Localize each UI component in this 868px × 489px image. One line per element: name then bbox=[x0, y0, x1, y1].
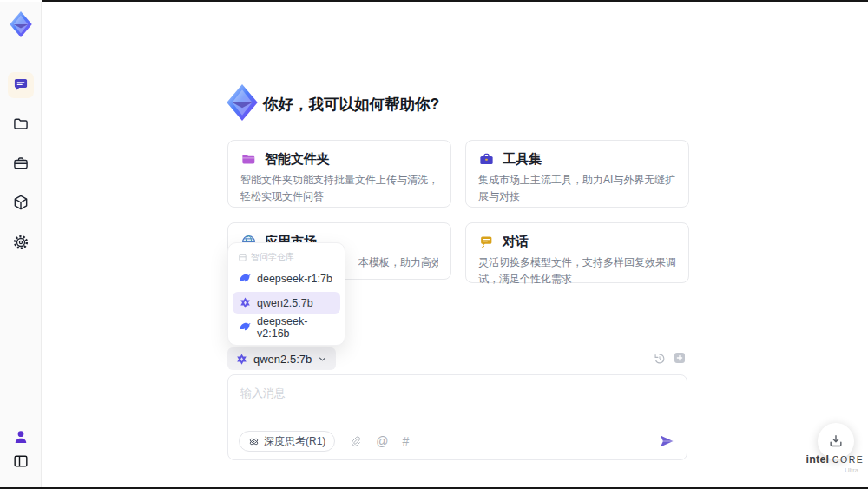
briefcase-icon bbox=[12, 155, 30, 172]
qwen-icon bbox=[235, 353, 248, 366]
atom-icon bbox=[248, 436, 260, 447]
model-option-deepseek-v2[interactable]: deepseek-v2:16b bbox=[233, 316, 340, 338]
selected-model-label: qwen2.5:7b bbox=[253, 353, 312, 366]
model-option-label: qwen2.5:7b bbox=[257, 297, 313, 309]
card-title: 对话 bbox=[503, 234, 529, 250]
app-window: 你好，我可以如何帮助你? 智能文件夹 智能文件夹功能支持批量文件上传与清洗，轻松… bbox=[0, 0, 868, 489]
page-title: 你好，我可以如何帮助你? bbox=[263, 94, 439, 115]
history-icon bbox=[653, 352, 667, 366]
card-header: 对话 bbox=[478, 234, 676, 250]
card-description: 集成市场上主流工具，助力AI与外界无缝扩展与对接 bbox=[478, 172, 676, 204]
qwen-icon bbox=[239, 296, 252, 309]
deep-think-label: 深度思考(R1) bbox=[264, 434, 326, 449]
sidebar-item-folders[interactable] bbox=[8, 111, 34, 137]
new-chat-button[interactable] bbox=[673, 351, 687, 365]
blue-briefcase-icon bbox=[478, 151, 495, 168]
deepseek-whale-icon bbox=[239, 320, 252, 334]
sidebar-item-toolbox[interactable] bbox=[8, 150, 34, 176]
card-description: 灵活切换多模型文件，支持多样回复效果调试，满足个性化需求 bbox=[478, 254, 676, 287]
attach-file-button[interactable] bbox=[349, 435, 362, 448]
gold-chat-icon bbox=[478, 234, 495, 250]
download-icon bbox=[827, 433, 845, 450]
deepseek-whale-icon bbox=[239, 272, 252, 285]
intel-tier: Ultra bbox=[803, 466, 858, 474]
app-logo bbox=[8, 9, 34, 40]
send-button[interactable] bbox=[658, 433, 675, 450]
card-header: 智能文件夹 bbox=[240, 151, 438, 168]
cube-icon bbox=[12, 194, 30, 211]
message-input[interactable] bbox=[228, 375, 687, 422]
chevron-down-icon bbox=[317, 354, 328, 365]
window-top-edge bbox=[42, 0, 868, 2]
user-icon bbox=[12, 428, 30, 446]
intel-product: core bbox=[832, 454, 865, 465]
purple-folder-icon bbox=[240, 151, 257, 168]
model-dropdown-header-label: 智问学仓库 bbox=[251, 251, 294, 263]
model-selector-button[interactable]: qwen2.5:7b bbox=[227, 347, 336, 370]
hash-button[interactable]: # bbox=[403, 434, 410, 448]
repository-icon bbox=[238, 253, 247, 262]
model-option-label: deepseek-r1:7b bbox=[257, 273, 332, 285]
history-button[interactable] bbox=[653, 352, 667, 366]
sidebar-item-apps[interactable] bbox=[8, 189, 34, 215]
model-dropdown-header: 智问学仓库 bbox=[233, 247, 340, 265]
chat-bubble-icon bbox=[12, 76, 30, 94]
deep-think-toggle[interactable]: 深度思考(R1) bbox=[239, 431, 335, 452]
sidebar bbox=[0, 2, 42, 487]
card-title: 智能文件夹 bbox=[265, 151, 330, 168]
model-option-qwen[interactable]: qwen2.5:7b bbox=[233, 292, 340, 314]
card-title: 工具集 bbox=[503, 151, 542, 168]
model-dropdown: 智问学仓库 deepseek-r1:7b qwen2.5:7b deepseek… bbox=[227, 242, 345, 346]
model-option-deepseek-r1[interactable]: deepseek-r1:7b bbox=[233, 268, 340, 289]
gear-icon bbox=[12, 234, 30, 251]
card-description: 智能文件夹功能支持批量文件上传与清洗，轻松实现文件问答 bbox=[240, 172, 438, 204]
intel-brand: intel bbox=[806, 453, 830, 466]
new-chat-icon bbox=[673, 351, 687, 365]
model-option-label: deepseek-v2:16b bbox=[257, 315, 334, 340]
message-composer: 深度思考(R1) @ # bbox=[227, 374, 687, 460]
mention-button[interactable]: @ bbox=[376, 434, 388, 448]
sidebar-item-settings[interactable] bbox=[8, 229, 34, 255]
sidebar-item-chat[interactable] bbox=[8, 72, 34, 98]
intel-logo-text: intel core bbox=[803, 453, 867, 466]
hero-logo bbox=[222, 83, 262, 122]
card-header: 工具集 bbox=[478, 151, 676, 168]
composer-toolbar: 深度思考(R1) @ # bbox=[239, 431, 409, 452]
card-dialogue[interactable]: 对话 灵活切换多模型文件，支持多样回复效果调试，满足个性化需求 bbox=[465, 222, 689, 283]
sidebar-item-panel-toggle[interactable] bbox=[8, 448, 34, 474]
card-smart-folder[interactable]: 智能文件夹 智能文件夹功能支持批量文件上传与清洗，轻松实现文件问答 bbox=[227, 140, 451, 208]
card-toolset[interactable]: 工具集 集成市场上主流工具，助力AI与外界无缝扩展与对接 bbox=[465, 140, 689, 208]
card-description-partial: 本模板，助力高效生成多 bbox=[358, 254, 438, 271]
send-icon bbox=[658, 433, 675, 450]
panel-icon bbox=[12, 453, 30, 470]
sidebar-item-account[interactable] bbox=[8, 424, 34, 450]
folder-icon bbox=[12, 116, 30, 133]
intel-core-badge: intel core Ultra bbox=[803, 453, 867, 474]
paperclip-icon bbox=[349, 435, 362, 448]
